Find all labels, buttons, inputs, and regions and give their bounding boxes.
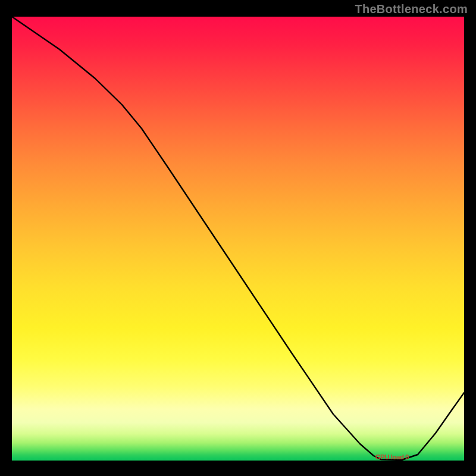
watermark-text: TheBottleneck.com: [355, 2, 468, 16]
plot-area: GPU load 0: [12, 17, 464, 468]
chart-stage: TheBottleneck.com GPU load 0: [0, 0, 476, 476]
minimum-marker-label: GPU load 0: [375, 453, 409, 461]
bottom-border-strip: [12, 461, 464, 468]
curve-layer: [12, 17, 464, 468]
bottleneck-curve: [12, 17, 464, 460]
